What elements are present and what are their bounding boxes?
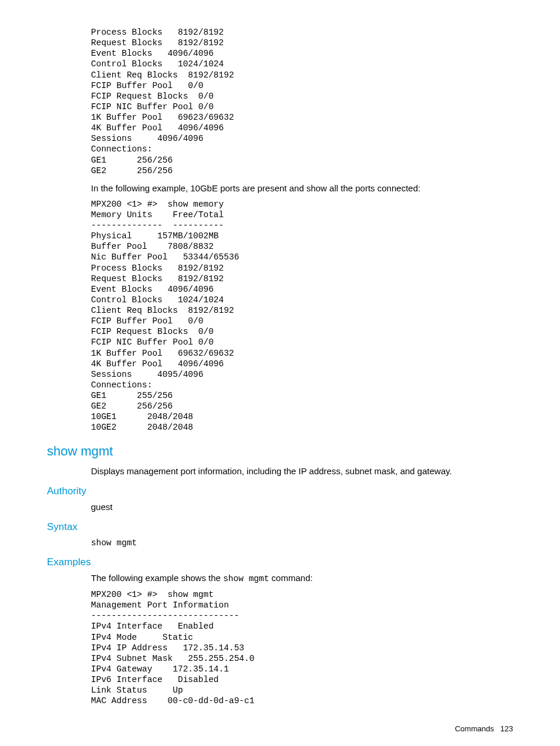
paragraph-description: Displays management port information, in… — [91, 465, 513, 477]
paragraph-authority-value: guest — [91, 501, 513, 513]
footer-section-label: Commands — [455, 724, 494, 733]
paragraph-10gbe-intro: In the following example, 10GbE ports ar… — [91, 182, 513, 194]
paragraph-examples-intro: The following example shows the show mgm… — [91, 572, 513, 585]
heading-examples: Examples — [47, 555, 513, 569]
heading-authority: Authority — [47, 484, 513, 498]
code-block-show-mgmt: MPX200 <1> #> show mgmt Management Port … — [91, 589, 513, 706]
code-block-show-memory: MPX200 <1> #> show memory Memory Units F… — [91, 199, 513, 433]
code-block-memory-partial: Process Blocks 8192/8192 Request Blocks … — [91, 27, 513, 176]
heading-syntax: Syntax — [47, 520, 513, 534]
page-footer: Commands 123 — [47, 724, 513, 734]
examples-code-inline: show mgmt — [223, 574, 269, 583]
examples-text-post: command: — [269, 573, 312, 583]
examples-text-pre: The following example shows the — [91, 573, 223, 583]
code-syntax: show mgmt — [91, 538, 513, 548]
footer-page-number: 123 — [500, 724, 513, 733]
heading-show-mgmt: show mgmt — [47, 443, 513, 461]
